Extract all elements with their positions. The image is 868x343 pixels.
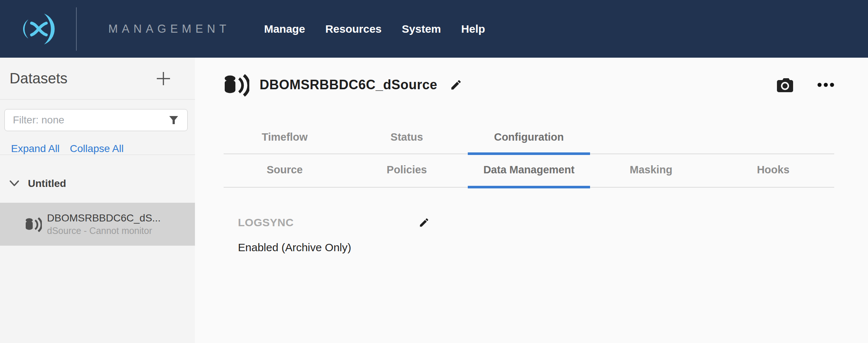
logsync-value: Enabled (Archive Only) [238, 241, 834, 254]
tree-controls: Expand All Collapse All [0, 131, 195, 155]
tree-item-name: DBOMSRBBDC6C_dS... [47, 212, 161, 225]
sidebar-title: Datasets [10, 70, 68, 87]
tree-group-untitled[interactable]: Untitled [0, 167, 195, 198]
filter-funnel-icon [168, 115, 179, 126]
datasets-tree: Untitled DBOMSRBBDC6C_dS... dSource - [0, 167, 195, 343]
logsync-label: LOGSYNC [238, 216, 294, 229]
edit-title-button[interactable] [450, 79, 462, 91]
product-name: MANAGEMENT [108, 22, 230, 36]
subtab-data-management[interactable]: Data Management [468, 154, 590, 187]
configuration-subtabs: Source Policies Data Management Masking … [224, 154, 834, 188]
tree-item-texts: DBOMSRBBDC6C_dS... dSource - Cannot moni… [47, 212, 161, 237]
camera-icon [776, 77, 794, 93]
subtab-hooks[interactable]: Hooks [712, 154, 834, 187]
add-dataset-button[interactable] [155, 71, 171, 87]
dsource-icon [224, 73, 249, 97]
delphix-logo-icon [16, 11, 60, 47]
top-navbar: MANAGEMENT Manage Resources System Help [0, 0, 868, 58]
subtab-masking[interactable]: Masking [590, 154, 712, 187]
subtab-policies[interactable]: Policies [346, 154, 468, 187]
snapshot-camera-button[interactable] [776, 77, 794, 93]
tab-status[interactable]: Status [346, 125, 468, 154]
menu-item-manage[interactable]: Manage [264, 23, 305, 35]
logsync-field-header: LOGSYNC [238, 216, 430, 229]
tree-item-dsource[interactable]: DBOMSRBBDC6C_dS... dSource - Cannot moni… [0, 203, 195, 246]
dsource-icon [224, 73, 249, 97]
tree-group-label: Untitled [28, 178, 66, 189]
app-window: MANAGEMENT Manage Resources System Help … [0, 0, 868, 343]
sidebar-header: Datasets [0, 58, 195, 100]
pencil-icon [450, 79, 462, 91]
primary-tabs: Timeflow Status Configuration [224, 125, 834, 154]
chevron-down-icon [9, 180, 20, 188]
ellipsis-icon [817, 83, 834, 87]
delphix-logo[interactable] [0, 0, 76, 58]
menu-item-system[interactable]: System [402, 23, 441, 35]
filter-input[interactable] [13, 114, 168, 126]
tab-configuration[interactable]: Configuration [468, 125, 590, 154]
pencil-icon [419, 217, 430, 228]
data-management-content: LOGSYNC Enabled (Archive Only) [224, 216, 834, 254]
plus-icon [155, 71, 171, 87]
dsource-icon [25, 217, 42, 232]
tree-item-status: dSource - Cannot monitor [47, 225, 161, 237]
main-panel: DBOMSRBBDC6C_dSource [195, 58, 868, 343]
datasets-sidebar: Datasets Expand All Collapse All [0, 58, 195, 343]
header-actions [776, 77, 834, 93]
navbar-divider [76, 7, 77, 51]
more-actions-button[interactable] [817, 83, 834, 87]
edit-logsync-button[interactable] [419, 217, 430, 228]
menu-item-help[interactable]: Help [461, 23, 485, 35]
menu-item-resources[interactable]: Resources [325, 23, 381, 35]
subtab-source[interactable]: Source [224, 154, 346, 187]
page-title: DBOMSRBBDC6C_dSource [260, 77, 437, 93]
dataset-header: DBOMSRBBDC6C_dSource [224, 73, 834, 97]
filter-field [4, 109, 188, 131]
expand-all-link[interactable]: Expand All [11, 143, 59, 155]
tab-timeflow[interactable]: Timeflow [224, 125, 346, 154]
main-menu: Manage Resources System Help [264, 23, 485, 35]
collapse-all-link[interactable]: Collapse All [70, 143, 123, 155]
filter-funnel-button[interactable] [168, 115, 179, 126]
dsource-icon [25, 217, 42, 232]
